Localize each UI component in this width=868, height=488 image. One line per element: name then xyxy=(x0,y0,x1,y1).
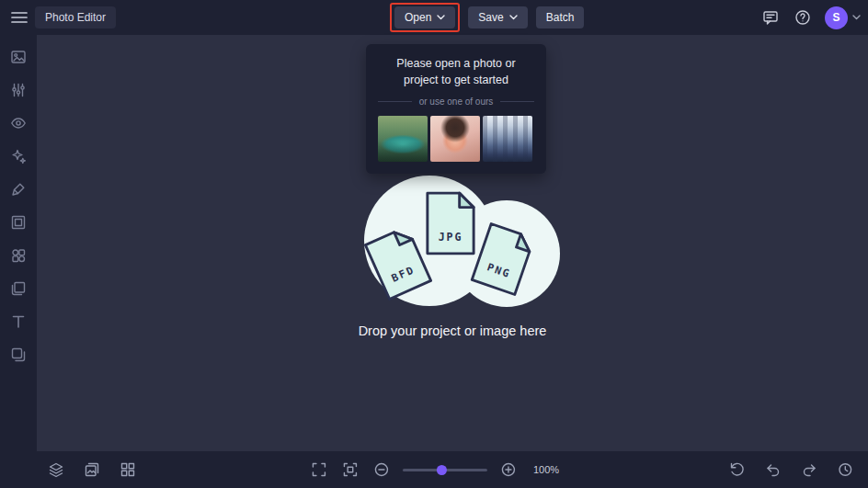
open-button-label: Open xyxy=(405,11,431,24)
sidebar-item-frames[interactable] xyxy=(8,212,29,233)
open-hint-popup: Please open a photo or project to get st… xyxy=(366,44,546,174)
fullscreen-button[interactable] xyxy=(309,460,329,480)
file-card-jpg: JPG xyxy=(424,189,477,257)
tools-sidebar xyxy=(0,35,37,451)
sidebar-item-textures[interactable] xyxy=(8,345,29,365)
frames-icon xyxy=(10,214,27,231)
photos-icon xyxy=(10,49,27,65)
sample-photos xyxy=(378,116,534,162)
eye-icon xyxy=(10,115,27,131)
zoom-slider-knob[interactable] xyxy=(437,465,447,475)
avatar: S xyxy=(825,6,848,29)
image-manager-button[interactable] xyxy=(82,460,102,480)
redo-button[interactable] xyxy=(799,460,819,480)
reset-button[interactable] xyxy=(727,460,748,480)
sidebar-item-effects[interactable] xyxy=(8,146,29,166)
bottombar: 100% xyxy=(0,451,868,488)
zoom-slider[interactable] xyxy=(403,464,487,476)
popup-divider-label: or use one of ours xyxy=(419,96,494,107)
zoom-level-value: 100% xyxy=(533,464,559,475)
topbar-right: S xyxy=(760,0,861,35)
text-icon xyxy=(10,313,27,330)
file-label-jpg: JPG xyxy=(439,231,463,244)
sidebar-item-text[interactable] xyxy=(8,312,29,332)
effects-icon xyxy=(10,148,27,165)
textures-icon xyxy=(10,346,27,363)
app-title[interactable]: Photo Editor xyxy=(35,6,116,28)
fit-screen-button[interactable] xyxy=(340,460,360,480)
sidebar-item-artsy[interactable] xyxy=(8,179,29,199)
topbar: Photo Editor Open Save Batch S xyxy=(0,0,868,35)
image-manager-icon xyxy=(84,461,100,478)
history-icon xyxy=(837,461,853,478)
help-button[interactable] xyxy=(793,7,813,28)
sidebar-item-touchup[interactable] xyxy=(8,113,29,133)
menu-icon xyxy=(11,11,28,24)
fit-screen-icon xyxy=(342,461,359,478)
undo-icon xyxy=(765,461,782,478)
grid-button[interactable] xyxy=(118,460,138,480)
app-title-label: Photo Editor xyxy=(45,11,106,24)
touchup-icon xyxy=(10,181,27,198)
sidebar-item-photos[interactable] xyxy=(8,47,29,67)
divider-line xyxy=(378,101,412,102)
chevron-down-icon xyxy=(852,15,861,20)
zoom-in-button[interactable] xyxy=(498,460,519,480)
zoom-controls: 100% xyxy=(309,451,559,488)
feedback-icon xyxy=(762,9,779,26)
open-button[interactable]: Open xyxy=(394,6,455,28)
overlays-icon xyxy=(10,280,27,297)
zoom-out-button[interactable] xyxy=(371,460,392,480)
account-menu[interactable]: S xyxy=(825,6,861,29)
layers-button[interactable] xyxy=(46,460,66,480)
fullscreen-icon xyxy=(311,461,327,478)
sidebar-item-graphics[interactable] xyxy=(8,245,29,266)
menu-button[interactable] xyxy=(9,9,29,26)
redo-icon xyxy=(801,461,817,478)
popup-title: Please open a photo or project to get st… xyxy=(378,55,534,88)
batch-button-label: Batch xyxy=(546,11,575,24)
topbar-actions: Open Save Batch xyxy=(390,0,584,35)
bottombar-left xyxy=(46,451,138,488)
sample-photo-portrait[interactable] xyxy=(430,116,480,162)
divider-line xyxy=(500,101,534,102)
grid-icon xyxy=(120,461,136,478)
reset-icon xyxy=(729,461,746,478)
drop-zone-label: Drop your project or image here xyxy=(37,323,868,338)
layers-icon xyxy=(48,461,64,478)
chevron-down-icon xyxy=(437,15,445,20)
undo-button[interactable] xyxy=(763,460,783,480)
zoom-out-icon xyxy=(373,461,390,478)
sidebar-item-overlays[interactable] xyxy=(8,278,29,299)
adjust-icon xyxy=(10,82,27,98)
annotation-highlight: Open xyxy=(390,3,460,32)
save-button-label: Save xyxy=(478,11,503,24)
save-button[interactable]: Save xyxy=(468,6,527,28)
zoom-in-icon xyxy=(500,461,517,478)
sample-photo-city[interactable] xyxy=(483,116,532,162)
chevron-down-icon xyxy=(509,15,518,20)
bottombar-right xyxy=(727,451,855,488)
sidebar-item-adjust[interactable] xyxy=(8,80,29,100)
batch-button[interactable]: Batch xyxy=(536,6,585,28)
popup-divider: or use one of ours xyxy=(378,96,534,107)
sample-photo-van[interactable] xyxy=(378,116,428,162)
feedback-button[interactable] xyxy=(760,7,781,28)
avatar-initial: S xyxy=(832,11,839,24)
graphics-icon xyxy=(10,247,27,264)
help-icon xyxy=(794,9,811,26)
history-button[interactable] xyxy=(835,460,855,480)
